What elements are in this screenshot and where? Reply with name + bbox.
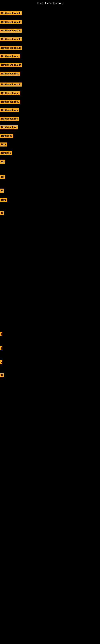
bottleneck-result-badge: Bo (0, 175, 5, 179)
bottleneck-result-badge: Bottleneck resu (0, 72, 20, 76)
bottleneck-result-badge: B (0, 211, 3, 215)
bottleneck-result-badge: B (0, 188, 3, 192)
bottleneck-result-badge: Bottleneck res (0, 117, 19, 121)
bottleneck-result-badge: Bottleneck resu (0, 100, 20, 104)
bottleneck-result-badge: Bottleneck re (0, 126, 18, 130)
bottleneck-result-badge: Bottlene (0, 151, 12, 155)
bottleneck-result-badge: Bottleneck result (0, 46, 22, 50)
bottleneck-result-badge: r (0, 360, 2, 364)
bottleneck-result-badge: Bottleneck resu (0, 91, 20, 95)
bottleneck-result-badge: Bo (0, 160, 5, 164)
bottleneck-result-badge: Bottleneck resu (0, 54, 20, 58)
bottleneck-result-badge: Bott (0, 142, 7, 146)
bottleneck-result-badge: B (0, 373, 3, 377)
bottleneck-result-badge: Bottleneck result (0, 20, 22, 24)
bottleneck-result-badge: Bottleneck result (0, 37, 22, 41)
bottleneck-result-badge: Bottleneck result (0, 82, 22, 86)
bottleneck-result-badge: Bott (0, 198, 7, 202)
bottleneck-result-badge: Bottleneck result (0, 11, 22, 15)
bottleneck-result-badge: | (0, 332, 2, 336)
bottleneck-result-badge: Bottlenec (0, 134, 13, 138)
bottleneck-result-badge: Bottleneck res (0, 108, 19, 112)
bottleneck-result-badge: Bottleneck result (0, 63, 22, 67)
bottleneck-result-badge: Bottleneck result (0, 28, 22, 32)
bottleneck-result-badge: | (0, 346, 2, 350)
site-title: TheBottlenecker.com (37, 2, 63, 5)
